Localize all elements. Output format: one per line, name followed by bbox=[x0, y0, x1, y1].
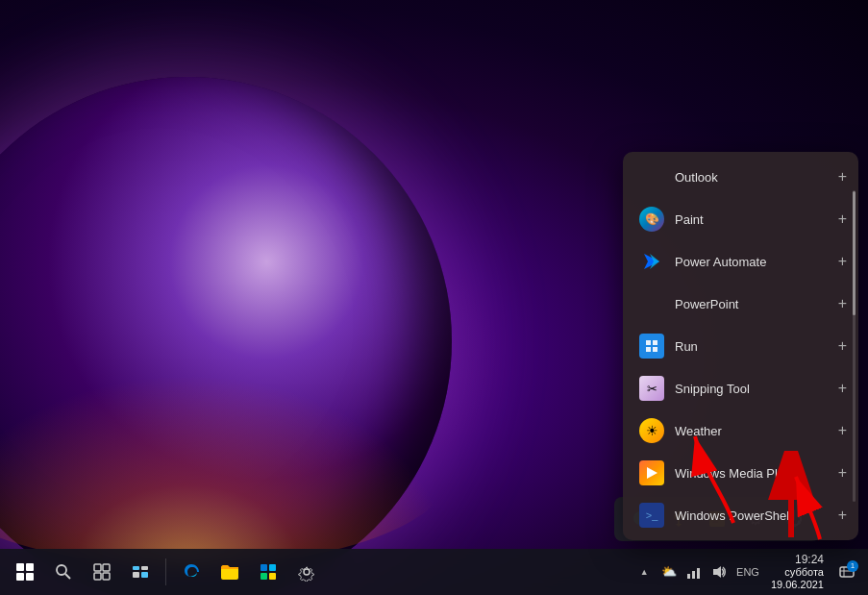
svg-rect-25 bbox=[133, 566, 139, 570]
weather-icon: ☀ bbox=[639, 418, 664, 443]
paint-icon: 🎨 bbox=[639, 207, 664, 232]
clock-date: 19.06.2021 bbox=[771, 579, 824, 591]
store-icon bbox=[259, 562, 278, 582]
app-name-outlook: Outlook bbox=[675, 170, 831, 185]
widgets-icon bbox=[132, 563, 149, 581]
app-name-powerpoint: PowerPoint bbox=[675, 297, 831, 311]
clock-time: 19:24 bbox=[795, 553, 824, 566]
store-button[interactable] bbox=[251, 555, 285, 589]
svg-rect-23 bbox=[94, 573, 101, 580]
tray-network-icon[interactable] bbox=[684, 562, 704, 582]
svg-rect-35 bbox=[687, 574, 690, 579]
svg-point-34 bbox=[304, 569, 310, 575]
app-icon-powerautomate bbox=[638, 248, 665, 275]
notification-badge: 1 bbox=[847, 560, 858, 572]
app-name-wmp: Windows Media Player bbox=[675, 466, 831, 481]
app-list-popup: Outlook + 🎨 Paint + Power Automate + bbox=[623, 152, 858, 540]
powershell-icon: >_ bbox=[639, 503, 664, 528]
wmp-icon bbox=[639, 460, 664, 485]
app-plus-outlook: + bbox=[838, 168, 847, 186]
taskbar-right: ▲ ⛅ ENG bbox=[634, 553, 860, 592]
app-plus-paint: + bbox=[838, 211, 847, 228]
app-name-powershell: Windows PowerShell bbox=[675, 508, 831, 523]
windows-logo-icon bbox=[16, 563, 34, 581]
app-item-run[interactable]: Run + bbox=[623, 325, 858, 367]
app-icon-wmp bbox=[638, 459, 665, 486]
app-item-weather[interactable]: ☀ Weather + bbox=[623, 409, 858, 452]
svg-marker-6 bbox=[647, 467, 657, 479]
taskbar-left bbox=[8, 555, 324, 589]
widgets-button[interactable] bbox=[123, 555, 158, 589]
clock-day: суббота bbox=[784, 566, 824, 579]
tray-weather-icon[interactable]: ⛅ bbox=[659, 562, 679, 582]
svg-rect-2 bbox=[646, 340, 651, 345]
app-item-paint[interactable]: 🎨 Paint + bbox=[623, 198, 858, 240]
svg-rect-28 bbox=[141, 572, 148, 578]
app-plus-weather: + bbox=[838, 422, 847, 439]
svg-rect-5 bbox=[653, 347, 657, 352]
app-name-snipping: Snipping Tool bbox=[675, 382, 831, 396]
app-plus-powershell: + bbox=[838, 507, 847, 524]
app-plus-powerautomate: + bbox=[838, 253, 847, 270]
svg-rect-36 bbox=[692, 571, 695, 579]
svg-rect-26 bbox=[141, 566, 148, 570]
app-name-weather: Weather bbox=[675, 424, 831, 438]
settings-button[interactable] bbox=[289, 555, 324, 589]
app-plus-powerpoint: + bbox=[838, 295, 847, 312]
notification-center-button[interactable]: 1 bbox=[833, 558, 860, 585]
start-button[interactable] bbox=[8, 555, 42, 589]
taskbar-separator bbox=[165, 558, 166, 585]
app-icon-run bbox=[638, 333, 665, 359]
svg-rect-30 bbox=[260, 564, 267, 571]
app-name-paint: Paint bbox=[675, 212, 831, 227]
app-name-powerautomate: Power Automate bbox=[675, 255, 831, 269]
run-icon bbox=[639, 334, 664, 359]
desktop: Outlook + 🎨 Paint + Power Automate + bbox=[0, 0, 868, 595]
svg-rect-3 bbox=[653, 340, 657, 345]
clock-area[interactable]: 19:24 суббота 19.06.2021 bbox=[767, 553, 828, 592]
svg-rect-24 bbox=[103, 573, 110, 580]
tray-volume-icon[interactable] bbox=[709, 562, 729, 582]
app-icon-powershell: >_ bbox=[638, 502, 665, 529]
svg-rect-32 bbox=[260, 573, 267, 580]
tray-language-icon[interactable]: ENG bbox=[734, 562, 761, 582]
app-item-powershell[interactable]: >_ Windows PowerShell + bbox=[623, 494, 858, 536]
svg-rect-22 bbox=[103, 564, 110, 571]
svg-rect-37 bbox=[697, 568, 700, 579]
svg-line-20 bbox=[65, 574, 70, 579]
search-button[interactable] bbox=[46, 555, 81, 589]
snipping-icon: ✂ bbox=[639, 376, 664, 401]
svg-point-19 bbox=[57, 565, 66, 575]
svg-marker-38 bbox=[713, 566, 721, 578]
app-item-outlook[interactable]: Outlook + bbox=[623, 156, 858, 198]
edge-icon bbox=[182, 562, 201, 582]
taskbar: ▲ ⛅ ENG bbox=[0, 549, 868, 595]
app-plus-snipping: + bbox=[838, 380, 847, 397]
svg-rect-27 bbox=[133, 572, 139, 578]
app-item-snipping[interactable]: ✂ Snipping Tool + bbox=[623, 367, 858, 409]
search-icon bbox=[55, 563, 72, 581]
app-item-powerpoint[interactable]: PowerPoint + bbox=[623, 283, 858, 325]
app-icon-paint: 🎨 bbox=[638, 206, 665, 233]
app-plus-wmp: + bbox=[838, 464, 847, 482]
app-item-wmp[interactable]: Windows Media Player + bbox=[623, 452, 858, 494]
show-hidden-icons-button[interactable]: ▲ bbox=[634, 562, 654, 582]
app-icon-snipping: ✂ bbox=[638, 375, 665, 402]
app-name-run: Run bbox=[675, 339, 831, 354]
taskview-icon bbox=[93, 563, 111, 581]
settings-icon bbox=[297, 562, 316, 582]
app-plus-run: + bbox=[838, 337, 847, 355]
svg-rect-31 bbox=[269, 564, 276, 571]
svg-rect-33 bbox=[269, 573, 276, 580]
edge-button[interactable] bbox=[174, 555, 209, 589]
svg-rect-21 bbox=[94, 564, 101, 571]
taskview-button[interactable] bbox=[85, 555, 119, 589]
file-explorer-button[interactable] bbox=[212, 555, 247, 589]
powerautomate-icon bbox=[640, 250, 663, 273]
file-explorer-icon bbox=[220, 562, 239, 582]
svg-rect-4 bbox=[646, 347, 651, 352]
app-icon-weather: ☀ bbox=[638, 417, 665, 444]
moon-decoration bbox=[0, 77, 452, 595]
app-item-powerautomate[interactable]: Power Automate + bbox=[623, 240, 858, 283]
